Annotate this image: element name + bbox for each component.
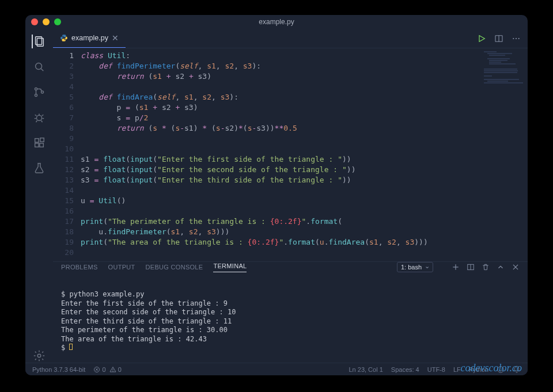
terminal-line: $ xyxy=(61,344,520,353)
line-number: 7 xyxy=(53,113,74,123)
line-number: 11 xyxy=(53,154,74,165)
line-number: 5 xyxy=(53,92,74,102)
code-line[interactable]: return (s * (s-s1) * (s-s2)*(s-s3))**0.5 xyxy=(81,123,528,134)
maximize-panel-icon[interactable] xyxy=(497,263,505,271)
run-icon[interactable] xyxy=(477,34,486,43)
panel-tab-debug-console[interactable]: DEBUG CONSOLE xyxy=(146,264,203,271)
line-number: 15 xyxy=(53,196,74,206)
search-icon[interactable] xyxy=(32,60,46,74)
code-line[interactable]: print("The area of the triangle is : {0:… xyxy=(81,237,528,248)
line-number: 3 xyxy=(53,71,74,82)
line-number: 12 xyxy=(53,165,74,175)
code-line[interactable]: s2 = float(input("Enter the second side … xyxy=(81,165,528,175)
svg-point-17 xyxy=(516,37,517,39)
svg-rect-10 xyxy=(40,143,43,147)
explorer-icon[interactable] xyxy=(32,35,46,48)
tab-close-icon[interactable]: ✕ xyxy=(112,33,119,43)
terminal-selector[interactable]: 1: bash xyxy=(397,262,433,272)
split-terminal-icon[interactable] xyxy=(467,263,475,271)
svg-point-4 xyxy=(35,87,37,90)
code-content[interactable]: class Util: def findPerimeter(self, s1, … xyxy=(81,48,528,261)
activity-bar xyxy=(25,29,53,363)
code-line[interactable]: u = Util() xyxy=(81,196,528,206)
svg-point-16 xyxy=(513,37,514,39)
code-editor[interactable]: 1234567891011121314151617181920 class Ut… xyxy=(53,48,528,261)
code-line[interactable]: s = p/2 xyxy=(81,113,528,123)
minimize-window-button[interactable] xyxy=(43,18,50,25)
new-terminal-icon[interactable] xyxy=(452,263,460,271)
line-number: 19 xyxy=(53,237,74,248)
line-number: 16 xyxy=(53,206,74,216)
code-line[interactable]: u.findPerimeter(s1, s2, s3))) xyxy=(81,227,528,237)
code-line[interactable]: return (s1 + s2 + s3) xyxy=(81,71,528,82)
code-line[interactable] xyxy=(81,82,528,92)
panel-tab-problems[interactable]: PROBLEMS xyxy=(61,264,98,271)
debug-icon[interactable] xyxy=(32,111,46,124)
settings-gear-icon[interactable] xyxy=(32,349,46,363)
svg-line-3 xyxy=(41,68,43,71)
close-panel-icon[interactable] xyxy=(512,263,520,271)
line-number: 10 xyxy=(53,144,74,154)
extensions-icon[interactable] xyxy=(32,136,46,150)
line-number: 1 xyxy=(53,51,74,61)
code-line[interactable] xyxy=(81,248,528,258)
code-line[interactable]: def findArea(self, s1, s2, s3): xyxy=(81,92,528,102)
line-number: 17 xyxy=(53,216,74,227)
code-line[interactable]: s1 = float(input("Enter the first side o… xyxy=(81,154,528,165)
svg-rect-9 xyxy=(35,143,39,147)
svg-point-12 xyxy=(37,354,41,357)
code-line[interactable]: print("The perimeter of the triangle is … xyxy=(81,216,528,227)
terminal-output[interactable]: $ python3 example.pyEnter the first side… xyxy=(53,272,528,374)
line-number: 6 xyxy=(53,102,74,113)
line-number: 13 xyxy=(53,175,74,185)
tab-label: example.py xyxy=(71,34,108,42)
line-number: 8 xyxy=(53,123,74,134)
window-title: example.py xyxy=(25,18,528,26)
line-number: 14 xyxy=(53,185,74,196)
more-actions-icon[interactable] xyxy=(512,34,521,43)
terminal-line: Enter the second side of the triangle : … xyxy=(61,308,520,317)
python-file-icon xyxy=(60,34,68,42)
code-line[interactable]: def findPerimeter(self, s1, s2, s3): xyxy=(81,61,528,71)
terminal-line: The perimeter of the triangle is : 30.00 xyxy=(61,326,520,335)
line-number: 4 xyxy=(53,82,74,92)
line-number: 18 xyxy=(53,227,74,237)
code-line[interactable]: class Util: xyxy=(81,51,528,61)
svg-point-2 xyxy=(36,63,42,70)
line-number-gutter: 1234567891011121314151617181920 xyxy=(53,48,81,261)
code-line[interactable] xyxy=(81,185,528,196)
svg-point-7 xyxy=(36,115,41,120)
close-window-button[interactable] xyxy=(31,18,38,25)
svg-marker-13 xyxy=(479,35,484,41)
traffic-lights xyxy=(31,18,61,25)
terminal-line: $ python3 example.py xyxy=(61,290,520,299)
terminal-line: Enter the third side of the triangle : 1… xyxy=(61,317,520,326)
terminal-line: Enter the first side of the triangle : 9 xyxy=(61,299,520,309)
panel-tab-output[interactable]: OUTPUT xyxy=(108,264,135,271)
code-line[interactable] xyxy=(81,206,528,216)
editor-window: example.py xyxy=(25,15,528,375)
line-number: 2 xyxy=(53,61,74,71)
source-control-icon[interactable] xyxy=(32,85,46,99)
terminal-line: The area of the triangle is : 42.43 xyxy=(61,335,520,344)
maximize-window-button[interactable] xyxy=(54,18,61,25)
svg-point-5 xyxy=(35,94,37,96)
line-number: 9 xyxy=(53,134,74,144)
panel-tab-terminal[interactable]: TERMINAL xyxy=(213,262,247,272)
panel: PROBLEMS OUTPUT DEBUG CONSOLE TERMINAL 1… xyxy=(53,261,528,363)
kill-terminal-icon[interactable] xyxy=(482,263,490,271)
watermark: codevscolor.co xyxy=(461,364,522,373)
line-number: 20 xyxy=(53,248,74,258)
code-line[interactable] xyxy=(81,134,528,144)
svg-point-18 xyxy=(518,37,520,39)
svg-rect-11 xyxy=(40,138,44,142)
panel-tab-bar: PROBLEMS OUTPUT DEBUG CONSOLE TERMINAL 1… xyxy=(53,262,528,272)
code-line[interactable]: s3 = float(input("Enter the third side o… xyxy=(81,175,528,185)
code-line[interactable] xyxy=(81,144,528,154)
code-line[interactable]: p = (s1 + s2 + s3) xyxy=(81,102,528,113)
tab-bar: example.py ✕ xyxy=(53,29,528,48)
split-editor-icon[interactable] xyxy=(494,34,503,43)
tab-example-py[interactable]: example.py ✕ xyxy=(53,29,126,48)
test-icon[interactable] xyxy=(32,161,46,175)
titlebar: example.py xyxy=(25,15,528,29)
